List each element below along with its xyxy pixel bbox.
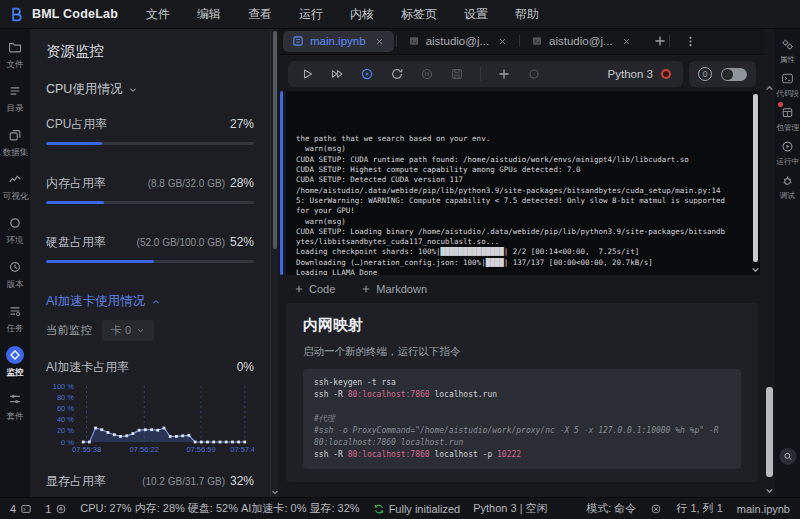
sidebar-item-version[interactable]: 版本 [6, 258, 24, 289]
code-line: ssh -R 80:localhost:7860 localhost -p 10… [314, 449, 730, 461]
svg-text:80 %: 80 % [57, 393, 74, 402]
snippet-icon [780, 70, 796, 86]
tab-1[interactable]: main.ipynb [283, 31, 394, 52]
menu-bar: BML CodeLab 文件编辑查看运行内核标签页设置帮助 [0, 0, 800, 29]
sidebar-item-visualization[interactable]: 可视化 [2, 170, 29, 201]
terminal-count-icon [20, 503, 32, 515]
kernel-count-value: 1 [45, 503, 51, 515]
card-selector[interactable]: 卡 0 [102, 320, 154, 341]
tab-more-menu-icon[interactable] [684, 35, 697, 48]
debug-icon [780, 172, 796, 188]
sidebar-item-label: 任务 [6, 323, 23, 333]
progress-track [46, 260, 254, 263]
plus-icon [294, 284, 304, 294]
sidebar-item-label: 目录 [6, 103, 23, 113]
interrupt-button[interactable] [420, 67, 434, 81]
tab-2[interactable]: aistudio@j... [399, 31, 517, 52]
menu-item-3[interactable]: 查看 [248, 6, 272, 23]
tab-label: aistudio@j... [426, 35, 489, 47]
panel-scrollbar-thumb[interactable] [273, 31, 277, 249]
bml-codelab-window: BML CodeLab 文件编辑查看运行内核标签页设置帮助 文件目录数据集可视化… [0, 0, 800, 519]
ai-card-usage-row: AI加速卡占用率 0% [46, 359, 254, 376]
help-button[interactable] [779, 448, 796, 465]
close-icon[interactable] [497, 36, 508, 47]
right-rail-items: 属性代码段包管理运行中调试 [775, 36, 800, 206]
scroll-up-icon[interactable] [765, 84, 774, 93]
menu-item-6[interactable]: 标签页 [401, 6, 437, 23]
menu-item-2[interactable]: 编辑 [197, 6, 221, 23]
run-all-button[interactable] [330, 67, 344, 81]
run-button[interactable] [300, 67, 314, 81]
notifications-icon[interactable] [650, 503, 662, 515]
record-circle-icon[interactable] [527, 67, 541, 81]
chevron-down-icon [128, 85, 138, 95]
code-line [314, 401, 730, 413]
outline-icon [6, 82, 24, 100]
markdown-cell[interactable]: 内网映射 启动一个新的终端，运行以下指令 ssh-keygen -t rsass… [286, 303, 758, 482]
meter-label: 硬盘占用率 [46, 234, 106, 251]
restart-kernel-button[interactable] [360, 67, 374, 81]
ai-card-section-toggle[interactable]: AI加速卡使用情况 [46, 293, 254, 310]
tab-3[interactable]: aistudio@j... [522, 31, 640, 52]
right-rail-item-play-circle[interactable]: 运行中 [775, 138, 800, 166]
menu-item-7[interactable]: 设置 [464, 6, 488, 23]
sidebar-item-label: 监控 [6, 367, 23, 377]
resource-summary: CPU: 27% 内存: 28% 硬盘: 52% AI加速卡: 0% 显存: 3… [80, 501, 359, 516]
selected-output-cell[interactable]: the paths that we search based on your e… [280, 91, 760, 275]
save-button[interactable] [450, 67, 464, 81]
kernel-count-icon [55, 503, 67, 515]
kernel-name[interactable]: Python 3 [608, 68, 653, 80]
panel-scrollbar[interactable] [270, 28, 278, 497]
refresh-kernel-button[interactable] [390, 67, 404, 81]
output-line: Downloading (…)neration_config.json: 100… [296, 258, 746, 268]
sidebar-item-monitor[interactable]: 监控 [6, 346, 24, 377]
add-code-button[interactable]: Code [294, 283, 335, 295]
init-status: Fully initialized [373, 503, 461, 515]
menu-item-5[interactable]: 内核 [350, 6, 374, 23]
right-rail-item-package[interactable]: 包管理 [775, 104, 800, 132]
terminal-count[interactable]: 4 [10, 503, 32, 515]
scroll-down-icon[interactable] [765, 486, 774, 495]
svg-text:60 %: 60 % [57, 404, 74, 413]
kernel-count[interactable]: 1 [45, 503, 67, 515]
notebook-toolbar: Python 3 [288, 61, 683, 87]
meter-value: 28% [230, 176, 254, 190]
sidebar-item-folder[interactable]: 文件 [6, 38, 24, 69]
scroll-down-icon[interactable] [751, 265, 760, 274]
cursor-position[interactable]: 行 1, 列 1 [676, 501, 722, 516]
kernel-status[interactable]: Python 3 | 空闲 [473, 501, 547, 516]
notebook-scrollbar[interactable] [764, 84, 775, 497]
progress-fill [46, 260, 154, 263]
cpu-section-toggle[interactable]: CPU使用情况 [46, 81, 254, 98]
sidebar-item-kit[interactable]: 套件 [6, 390, 24, 421]
output-scrollbar-thumb[interactable] [753, 94, 758, 262]
cell-output: the paths that we search based on your e… [286, 91, 760, 275]
mode-toggle[interactable] [721, 68, 747, 81]
sidebar-item-environment[interactable]: 环境 [6, 214, 24, 245]
close-icon[interactable] [374, 36, 385, 47]
version-icon [6, 258, 24, 276]
dataset-icon [6, 126, 24, 144]
close-icon[interactable] [621, 36, 632, 47]
tab-label: aistudio@j... [549, 35, 612, 47]
tabs: main.ipynbaistudio@j...aistudio@j... [283, 31, 641, 52]
play-circle-icon [780, 138, 796, 154]
kit-icon [6, 390, 24, 408]
add-markdown-button[interactable]: Markdown [361, 283, 427, 295]
sidebar-item-dataset[interactable]: 数据集 [2, 126, 29, 157]
menu-item-4[interactable]: 运行 [299, 6, 323, 23]
menu-item-8[interactable]: 帮助 [515, 6, 539, 23]
right-rail-item-gears[interactable]: 属性 [775, 36, 800, 64]
sidebar-item-outline[interactable]: 目录 [6, 82, 24, 113]
sidebar-item-tasks[interactable]: 任务 [6, 302, 24, 333]
init-status-label: Fully initialized [389, 503, 461, 515]
cpu-section-title: CPU使用情况 [46, 81, 122, 98]
notebook-icon [292, 35, 304, 47]
add-cell-button[interactable] [497, 67, 511, 81]
right-rail-item-debug[interactable]: 调试 [775, 172, 800, 200]
right-rail-item-snippet[interactable]: 代码段 [775, 70, 800, 98]
right-rail-item-label: 运行中 [776, 157, 799, 166]
notebook-scrollbar-thumb[interactable] [766, 387, 773, 477]
menu-item-1[interactable]: 文件 [146, 6, 170, 23]
new-tab-button[interactable] [653, 34, 667, 48]
